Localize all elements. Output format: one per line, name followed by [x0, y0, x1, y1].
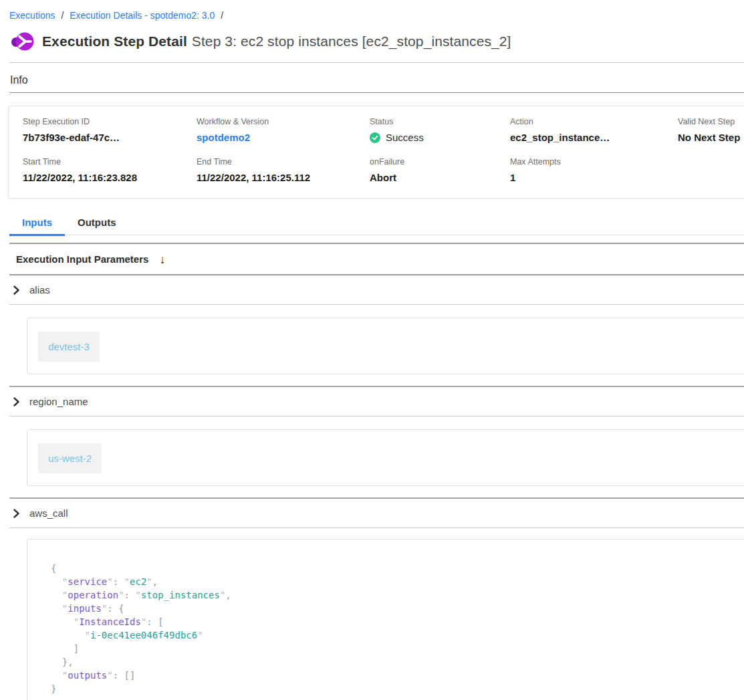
- down-arrow-icon[interactable]: ↓: [159, 253, 165, 265]
- field-status: Status Success: [370, 117, 510, 143]
- field-label: End Time: [197, 157, 370, 166]
- tab-bar: Inputs Outputs: [9, 213, 744, 235]
- tab-outputs[interactable]: Outputs: [65, 213, 129, 236]
- field-value: No Next Step: [678, 132, 744, 143]
- alias-value-panel: devtest-3: [27, 318, 744, 374]
- chevron-right-icon: [13, 285, 19, 295]
- region-value-chip: us-west-2: [38, 443, 102, 473]
- info-heading-divider: [9, 92, 744, 93]
- field-value: 7b73f93e-edaf-47c…: [23, 132, 197, 143]
- field-label: Status: [370, 117, 510, 126]
- breadcrumb-separator: /: [221, 10, 223, 21]
- field-label: Action: [510, 117, 678, 126]
- field-step-execution-id: Step Execution ID 7b73f93e-edaf-47c…: [23, 117, 197, 143]
- field-max-attempts: Max Attempts 1: [510, 157, 678, 183]
- workflow-link[interactable]: spotdemo2: [197, 132, 370, 143]
- field-end-time: End Time 11/22/2022, 11:16:25.112: [197, 157, 370, 183]
- field-valid-next-step: Valid Next Step No Next Step: [678, 117, 744, 143]
- alias-value-chip: devtest-3: [38, 332, 100, 362]
- field-start-time: Start Time 11/22/2022, 11:16:23.828: [23, 157, 197, 183]
- field-action: Action ec2_stop_instance…: [510, 117, 678, 143]
- field-label: Workflow & Version: [197, 117, 370, 126]
- field-workflow-version: Workflow & Version spotdemo2: [197, 117, 370, 143]
- success-check-icon: [370, 132, 380, 143]
- field-label: Max Attempts: [510, 157, 678, 166]
- field-value: Abort: [370, 172, 510, 183]
- field-onfailure: onFailure Abort: [370, 157, 510, 183]
- field-value: 11/22/2022, 11:16:25.112: [197, 172, 370, 183]
- chevron-right-icon: [13, 397, 19, 406]
- page-title: Execution Step DetailStep 3: ec2 stop in…: [42, 33, 511, 49]
- row-divider: [9, 304, 744, 305]
- section-row-alias[interactable]: alias: [0, 275, 744, 304]
- info-heading: Info: [10, 74, 735, 86]
- field-value: ec2_stop_instance…: [510, 132, 678, 143]
- row-divider: [9, 528, 744, 528]
- field-label: Start Time: [23, 157, 197, 166]
- aws-call-json-panel: { "service": "ec2", "operation": "stop_i…: [27, 539, 744, 700]
- info-card: Step Execution ID 7b73f93e-edaf-47c… Wor…: [8, 106, 744, 199]
- section-label: region_name: [29, 396, 88, 407]
- json-code: { "service": "ec2", "operation": "stop_i…: [51, 562, 733, 695]
- breadcrumb-separator: /: [61, 10, 64, 21]
- params-heading: Execution Input Parameters: [16, 253, 148, 265]
- breadcrumb-link-execution-details[interactable]: Execution Details - spotdemo2: 3.0: [70, 10, 215, 21]
- page-title-subtitle: Step 3: ec2 stop instances [ec2_stop_ins…: [192, 33, 511, 49]
- breadcrumb-link-executions[interactable]: Executions: [9, 10, 55, 21]
- page-title-row: Execution Step DetailStep 3: ec2 stop in…: [11, 30, 735, 53]
- field-value: 1: [510, 172, 678, 183]
- page-title-main: Execution Step Detail: [42, 33, 187, 49]
- section-label: aws_call: [29, 507, 68, 519]
- chevron-right-icon: [13, 509, 19, 518]
- field-value: 11/22/2022, 11:16:23.828: [23, 172, 197, 183]
- section-label: alias: [29, 284, 50, 296]
- status-badge: Success: [386, 132, 424, 143]
- field-label: onFailure: [370, 157, 510, 166]
- field-label: Valid Next Step: [678, 117, 744, 126]
- header-divider: [9, 62, 744, 63]
- section-row-region-name[interactable]: region_name: [0, 387, 744, 416]
- workflow-step-icon: [11, 30, 34, 53]
- breadcrumb: Executions / Execution Details - spotdem…: [0, 0, 744, 21]
- section-row-aws-call[interactable]: aws_call: [0, 499, 744, 528]
- region-value-panel: us-west-2: [27, 429, 744, 486]
- tab-inputs[interactable]: Inputs: [9, 213, 65, 236]
- field-label: Step Execution ID: [23, 117, 197, 126]
- params-heading-row: Execution Input Parameters ↓: [16, 244, 744, 274]
- row-divider: [9, 416, 744, 417]
